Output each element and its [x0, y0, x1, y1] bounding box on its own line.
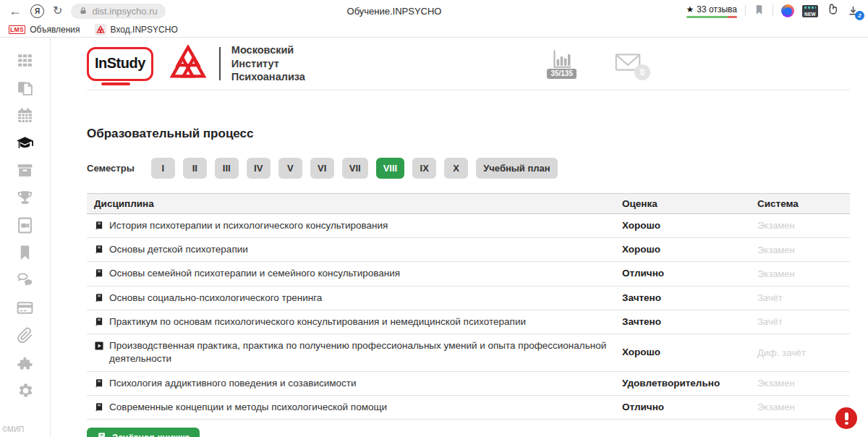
progress-badge: 35/135: [547, 69, 576, 79]
semester-tab-V[interactable]: V: [278, 158, 302, 179]
sidebar-item-puzzle[interactable]: [0, 350, 50, 378]
browser-window: ← Я ↻ dist.inpsycho.ru Обучение.INPSYCHO…: [0, 0, 868, 437]
book-icon: [94, 402, 104, 412]
table-row[interactable]: Основы социально-психологического тренин…: [87, 287, 850, 310]
sidebar-item-apps-grid[interactable]: [0, 48, 50, 75]
sidebar-item-archive-box[interactable]: [0, 158, 50, 185]
sidebar-item-calendar[interactable]: [0, 103, 50, 130]
progress-stats-button[interactable]: 35/135: [547, 48, 576, 79]
sidebar-item-payment-card[interactable]: [0, 295, 50, 323]
table-row[interactable]: Психология аддиктивного поведения и соза…: [87, 372, 850, 396]
grade-value: Хорошо: [622, 243, 757, 256]
yandex-profile-icon[interactable]: Я: [30, 4, 44, 18]
semester-tab-II[interactable]: II: [183, 158, 207, 179]
semester-tab-III[interactable]: III: [215, 158, 239, 179]
book-icon: [94, 268, 104, 279]
col-grade: Оценка: [622, 198, 757, 209]
rating-bar: [686, 16, 737, 18]
semester-tab-IV[interactable]: IV: [247, 158, 271, 179]
book-icon: [94, 378, 104, 389]
reload-icon[interactable]: ↻: [53, 5, 62, 17]
mip-logo-icon[interactable]: [169, 45, 207, 82]
copy-documents-icon: [16, 79, 34, 100]
browser-toolbar: ← Я ↻ dist.inpsycho.ru Обучение.INPSYCHO…: [0, 0, 868, 22]
semester-tabs: IIIIIIIVVVIVIIVIIIIXXУчебный план: [151, 158, 558, 179]
semester-tab-VIII[interactable]: VIII: [376, 158, 405, 179]
extension-new-icon[interactable]: NEW: [802, 5, 818, 17]
downloads-icon[interactable]: 2: [847, 5, 859, 17]
disciplines-table: Дисциплина Оценка Система История психот…: [87, 193, 850, 420]
table-row[interactable]: Современные концепции и методы психологи…: [87, 396, 850, 420]
book-icon: [94, 293, 104, 303]
settings-gear-icon: [16, 381, 34, 402]
bookmark-lms[interactable]: LMS Объявления: [9, 25, 80, 35]
lms-icon: LMS: [9, 25, 25, 34]
grade-value: Зачтено: [622, 315, 757, 328]
sidebar-item-video-file[interactable]: [0, 213, 50, 240]
trophy-icon: [16, 189, 34, 210]
sidebar-item-paperclip[interactable]: [0, 323, 50, 350]
bookmark-inpsycho[interactable]: Вход.INPSYCHO: [95, 24, 178, 35]
semesters-label: Семестры: [87, 163, 135, 174]
semester-tab-VI[interactable]: VI: [310, 158, 334, 179]
grade-value: Отлично: [622, 401, 757, 414]
messages-button[interactable]: 0: [614, 51, 642, 76]
instudy-logo[interactable]: InStudy: [87, 47, 153, 81]
bar-chart-icon: [550, 48, 574, 70]
app-sidebar: ©МИП: [0, 38, 51, 436]
discipline-name: Основы детской психотерапии: [109, 243, 248, 256]
calendar-icon: [16, 106, 34, 127]
header-icons: 35/135 0: [547, 48, 642, 79]
content-area: InStudy Московский Институт Психоанализа…: [51, 38, 868, 436]
grade-value: Зачтено: [622, 292, 757, 305]
semester-tab-I[interactable]: I: [151, 158, 175, 179]
sidebar-item-graduation-cap[interactable]: [0, 130, 50, 158]
divider: [773, 5, 773, 17]
semesters-row: Семестры IIIIIIIVVVIVIIVIIIIXXУчебный пл…: [87, 158, 850, 179]
reviews-widget[interactable]: ★ 33 отзыва: [686, 4, 737, 18]
bookmark-icon: [16, 244, 34, 265]
semester-tab-X[interactable]: X: [444, 158, 468, 179]
extension-lens-icon[interactable]: [781, 4, 794, 17]
table-row[interactable]: Производственная практика, практика по п…: [87, 334, 850, 371]
semester-tab-IX[interactable]: IX: [412, 158, 436, 179]
bookmarks-bar: LMS Объявления Вход.INPSYCHO: [0, 22, 868, 38]
semester-tab-VII[interactable]: VII: [342, 158, 368, 179]
sidebar-item-copy-documents[interactable]: [0, 75, 50, 103]
sidebar-item-chat[interactable]: [0, 268, 50, 295]
book-icon: [94, 221, 104, 231]
system-value: Экзамен: [757, 268, 850, 281]
star-icon: ★: [686, 4, 694, 14]
page-heading: Образовательный процесс: [87, 127, 850, 141]
main-area: ©МИП InStudy Московский Институт Психоан…: [0, 38, 868, 436]
puzzle-icon: [16, 354, 34, 375]
sidebar-item-settings-gear[interactable]: [0, 378, 50, 405]
table-row[interactable]: Основы семейной психотерапии и семейного…: [87, 262, 850, 286]
instudy-logo-text: InStudy: [95, 55, 145, 71]
sidebar-item-bookmark[interactable]: [0, 240, 50, 268]
discipline-name: Современные концепции и методы психологи…: [109, 401, 387, 414]
mip-triangle-icon: [95, 24, 106, 35]
discipline-name: Основы семейной психотерапии и семейного…: [109, 267, 400, 280]
divider: [745, 5, 746, 17]
address-bar[interactable]: dist.inpsycho.ru: [71, 4, 165, 19]
table-row[interactable]: История психотерапии и психологического …: [87, 214, 850, 238]
sidebar-item-trophy[interactable]: [0, 185, 50, 213]
book-icon: [94, 317, 104, 327]
semester-tab-Учебный план[interactable]: Учебный план: [476, 158, 557, 179]
gradebook-button[interactable]: Зачётная книжка: [87, 428, 200, 437]
bookmark-label: Вход.INPSYCHO: [111, 25, 178, 35]
system-value: Зачёт: [757, 315, 850, 328]
download-badge: 2: [855, 11, 864, 20]
grade-value: Хорошо: [622, 346, 757, 359]
toolbar-right: ★ 33 отзыва NEW 2: [686, 3, 859, 19]
divider: [219, 47, 221, 80]
grade-value: Хорошо: [622, 219, 757, 232]
alert-exclamation-icon[interactable]: [835, 407, 857, 429]
table-row[interactable]: Основы детской психотерапииХорошоЭкзамен: [87, 238, 850, 262]
discipline-name: Производственная практика, практика по п…: [109, 339, 608, 365]
table-row[interactable]: Практикум по основам психологического ко…: [87, 310, 850, 334]
bookmark-flag-icon[interactable]: [754, 4, 765, 18]
extension-glove-icon[interactable]: [826, 3, 839, 19]
back-icon[interactable]: ←: [9, 4, 22, 17]
